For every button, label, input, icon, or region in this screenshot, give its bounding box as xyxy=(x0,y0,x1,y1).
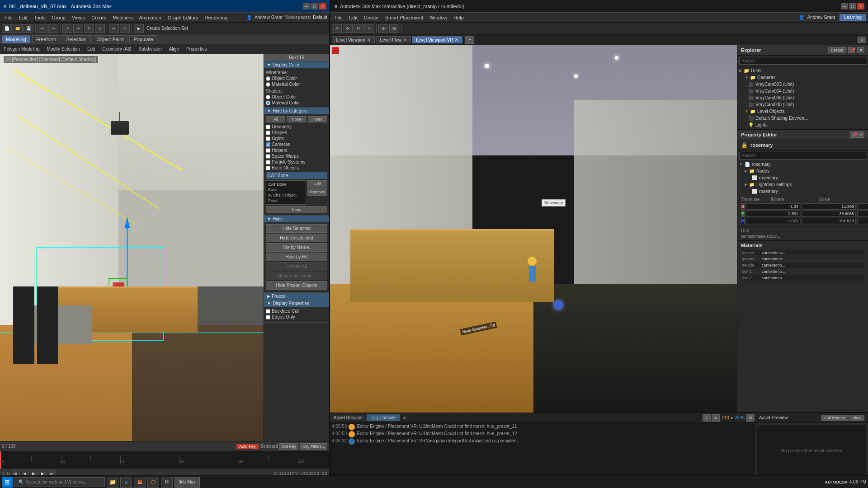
bone-check[interactable] xyxy=(266,166,270,170)
menu-file[interactable]: File xyxy=(2,14,15,21)
redo-btn[interactable]: ↪ xyxy=(48,24,58,33)
rt-rotate-btn[interactable]: ↻ xyxy=(354,24,363,33)
hide-by-category-header[interactable]: ▼ Hide by Category xyxy=(264,108,329,114)
align-tab[interactable]: Align xyxy=(167,46,181,52)
menu-edit[interactable]: Edit xyxy=(16,14,30,21)
left-close-btn[interactable]: ✕ xyxy=(319,3,326,9)
explorer-search-input[interactable] xyxy=(739,57,866,65)
wireframe-object-radio[interactable] xyxy=(266,76,270,81)
tree-cam004[interactable]: 🎥 VrayCam004 (Unit) xyxy=(737,88,868,94)
tab-modeling[interactable]: Modeling xyxy=(2,35,30,43)
rotate-btn[interactable]: ↻ xyxy=(84,24,94,33)
create-btn[interactable]: Create xyxy=(828,47,846,53)
tab-level-flow[interactable]: Level Flow ✕ xyxy=(376,36,411,43)
right-menu-smart[interactable]: Smart Placement xyxy=(382,14,426,21)
timeline-track[interactable]: 0 20 40 60 xyxy=(0,451,329,469)
move-btn[interactable]: ✛ xyxy=(73,24,83,33)
cat-item-bone[interactable]: Bone xyxy=(267,187,305,192)
shaded-object-radio[interactable] xyxy=(266,95,270,99)
edges-only-check[interactable] xyxy=(266,315,270,319)
transform-z-translate[interactable] xyxy=(746,218,800,224)
tab-selection[interactable]: Selection xyxy=(62,35,90,43)
right-restore-btn[interactable]: □ xyxy=(849,3,856,9)
taskbar-firefox-btn[interactable]: 🦊 xyxy=(134,477,146,488)
right-menu-file[interactable]: File xyxy=(332,14,345,21)
tree-default-shading[interactable]: ⬛ Default Shading Environ... xyxy=(737,115,868,122)
tree-lights[interactable]: 💡 Lights xyxy=(737,122,868,128)
right-menu-window[interactable]: Window xyxy=(427,14,450,21)
prop-editor-pin-btn[interactable]: 📌 xyxy=(850,131,857,138)
shapes-check[interactable] xyxy=(266,131,270,135)
transform-y-translate[interactable] xyxy=(746,211,800,217)
log-error-btn[interactable]: ✕ xyxy=(712,414,720,422)
undo-btn[interactable]: ↩ xyxy=(38,24,47,33)
new-btn[interactable]: 📄 xyxy=(2,24,12,33)
set-key-btn[interactable]: Set Key xyxy=(279,443,298,450)
prop-lightmap-rosemary[interactable]: ⬜ rosemary xyxy=(737,188,868,195)
select-btn[interactable]: ↗ xyxy=(62,24,72,33)
view-btn[interactable]: View xyxy=(849,415,864,421)
right-menu-edit[interactable]: Edit xyxy=(346,14,360,21)
unhide-by-name-btn[interactable]: Unhide by Name... xyxy=(266,272,327,280)
geometry-all-tab[interactable]: Geometry (All) xyxy=(100,46,133,52)
hide-by-name-btn[interactable]: Hide by Name... xyxy=(266,243,327,252)
hide-all-btn[interactable]: All xyxy=(266,116,285,122)
menu-tools[interactable]: Tools xyxy=(31,14,48,21)
menu-group[interactable]: Group xyxy=(49,14,68,21)
cat-none-btn[interactable]: None xyxy=(266,206,327,213)
wireframe-material-radio[interactable] xyxy=(266,82,270,87)
menu-modifiers[interactable]: Modifiers xyxy=(110,14,136,21)
tab-level-viewport[interactable]: Level Viewport ✕ xyxy=(332,36,375,43)
backface-check[interactable] xyxy=(266,309,270,314)
transform-x-scale[interactable] xyxy=(857,203,868,210)
add-tab-btn[interactable]: + xyxy=(465,36,474,44)
prop-search-input[interactable] xyxy=(739,152,866,160)
hide-by-hit-btn[interactable]: Hide by Hit xyxy=(266,253,327,261)
edit-tab[interactable]: Edit xyxy=(85,46,97,52)
log-filter-btn[interactable]: ⚠ xyxy=(703,414,711,422)
geometry-check[interactable] xyxy=(266,125,270,129)
menu-create[interactable]: Create xyxy=(89,14,109,21)
right-close-btn[interactable]: ✕ xyxy=(857,3,864,9)
display-props-header[interactable]: ▼ Display Properties xyxy=(264,300,329,307)
tree-level-objects[interactable]: ▼ 📁 Level Objects xyxy=(737,108,868,115)
hide-invert-btn[interactable]: Invert xyxy=(308,116,327,122)
tree-cameras[interactable]: ▼ 📁 Cameras xyxy=(737,74,868,81)
transform-y-scale[interactable] xyxy=(857,211,868,217)
tab-populate[interactable]: Populate xyxy=(129,35,157,43)
taskbar-edge-btn[interactable]: e xyxy=(120,477,132,488)
right-menu-create[interactable]: Create xyxy=(361,14,382,21)
scale-btn[interactable]: ⤡ xyxy=(95,24,105,33)
tab-level-viewport-vr[interactable]: Level Viewport VR ✕ xyxy=(412,36,462,43)
spacewarps-check[interactable] xyxy=(266,154,270,159)
taskbar-3dsmax-active-btn[interactable]: 3ds Max xyxy=(175,477,200,488)
helpers-check[interactable] xyxy=(266,148,270,153)
taskbar-files-btn[interactable]: 📁 xyxy=(107,477,118,488)
taskbar-search[interactable]: 🔍 Search the web and Windows xyxy=(14,477,105,487)
explorer-close-btn[interactable]: ✕ xyxy=(857,47,864,53)
cat-add-btn[interactable]: Add xyxy=(307,180,327,188)
hide-frozen-btn[interactable]: Hide Frozen Objects xyxy=(266,281,327,290)
transform-z-scale[interactable] xyxy=(857,218,868,224)
display-color-header[interactable]: ▼ Display Color xyxy=(264,61,329,68)
menu-graph-editors[interactable]: Graph Editors xyxy=(165,14,201,21)
rt-select-btn[interactable]: ↗ xyxy=(332,24,342,33)
align-btn[interactable]: ≡ xyxy=(120,24,130,33)
taskbar-app1-btn[interactable]: ⬡ xyxy=(147,477,159,488)
transform-z-rotate[interactable] xyxy=(802,218,856,224)
cat-item-catbone[interactable]: CAT Bone xyxy=(267,182,305,187)
log-console-tab[interactable]: Log Console xyxy=(367,414,400,421)
subdivision-tab[interactable]: Subdivision xyxy=(137,46,164,52)
freeze-header[interactable]: ▶ Freeze xyxy=(264,293,329,300)
transform-x-rotate[interactable] xyxy=(802,203,856,210)
render-btn[interactable]: ▶ xyxy=(134,24,144,33)
unhide-all-btn[interactable]: Unhide All xyxy=(266,262,327,271)
tab-level-viewport-close[interactable]: ✕ xyxy=(367,38,371,42)
learning-btn[interactable]: Learning xyxy=(840,14,866,21)
start-btn[interactable]: ⊞ xyxy=(2,477,13,488)
prop-lightmap[interactable]: ▶ 📁 Lightmap settings xyxy=(737,181,868,188)
properties-tab[interactable]: Properties xyxy=(184,46,209,52)
tab-object-paint[interactable]: Object Paint xyxy=(93,35,128,43)
mirror-btn[interactable]: ⇔ xyxy=(109,24,119,33)
modify-selection-tab[interactable]: Modify Selection xyxy=(45,46,82,52)
